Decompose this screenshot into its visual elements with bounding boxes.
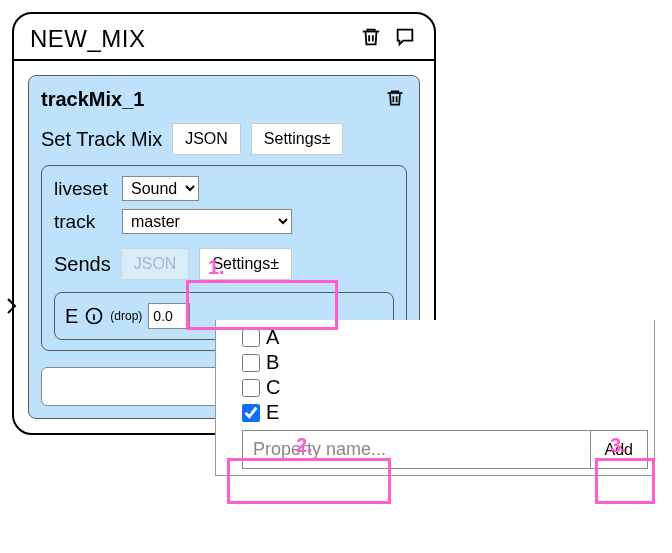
liveset-select[interactable]: Sound — [122, 176, 199, 201]
liveset-row: liveset Sound — [54, 176, 394, 201]
check-option-a[interactable]: A — [242, 326, 648, 349]
chat-icon — [394, 26, 416, 51]
set-track-mix-label: Set Track Mix — [41, 128, 162, 151]
checkbox-a[interactable] — [242, 329, 260, 347]
send-e-label: E — [65, 305, 78, 328]
check-option-b[interactable]: B — [242, 351, 648, 374]
add-button[interactable]: Add — [591, 430, 648, 469]
card-header: NEW_MIX — [14, 14, 434, 59]
check-label: B — [266, 351, 279, 374]
liveset-label: liveset — [54, 178, 116, 200]
settings-popover: A B C E Add — [215, 320, 655, 476]
card-title: NEW_MIX — [30, 25, 146, 53]
card-header-icons — [358, 24, 418, 53]
checkbox-b[interactable] — [242, 354, 260, 372]
property-checklist: A B C E — [222, 326, 648, 424]
sends-row: Sends JSON Settings± — [54, 248, 394, 280]
checkbox-e[interactable] — [242, 404, 260, 422]
sends-settings-button[interactable]: Settings± — [199, 248, 292, 280]
trash-icon — [360, 26, 382, 51]
panel-header: trackMix_1 — [41, 86, 407, 113]
check-option-e[interactable]: E — [242, 401, 648, 424]
panel-title: trackMix_1 — [41, 88, 144, 111]
property-name-input[interactable] — [242, 430, 591, 469]
check-label: E — [266, 401, 279, 424]
sends-json-button[interactable]: JSON — [121, 248, 190, 280]
settings-button[interactable]: Settings± — [251, 123, 344, 155]
trash-icon — [385, 88, 405, 111]
comment-button[interactable] — [392, 24, 418, 53]
check-label: A — [266, 326, 279, 349]
json-button[interactable]: JSON — [172, 123, 241, 155]
send-value-input[interactable] — [148, 303, 190, 329]
add-property-row: Add — [222, 430, 648, 469]
drop-label: (drop) — [110, 309, 142, 323]
track-row: track master — [54, 209, 394, 234]
info-icon[interactable] — [84, 306, 104, 326]
check-option-c[interactable]: C — [242, 376, 648, 399]
track-select[interactable]: master — [122, 209, 292, 234]
delete-card-button[interactable] — [358, 24, 384, 53]
delete-panel-button[interactable] — [383, 86, 407, 113]
set-track-mix-row: Set Track Mix JSON Settings± — [41, 123, 407, 155]
track-label: track — [54, 211, 116, 233]
check-label: C — [266, 376, 280, 399]
checkbox-c[interactable] — [242, 379, 260, 397]
sends-label: Sends — [54, 253, 111, 276]
